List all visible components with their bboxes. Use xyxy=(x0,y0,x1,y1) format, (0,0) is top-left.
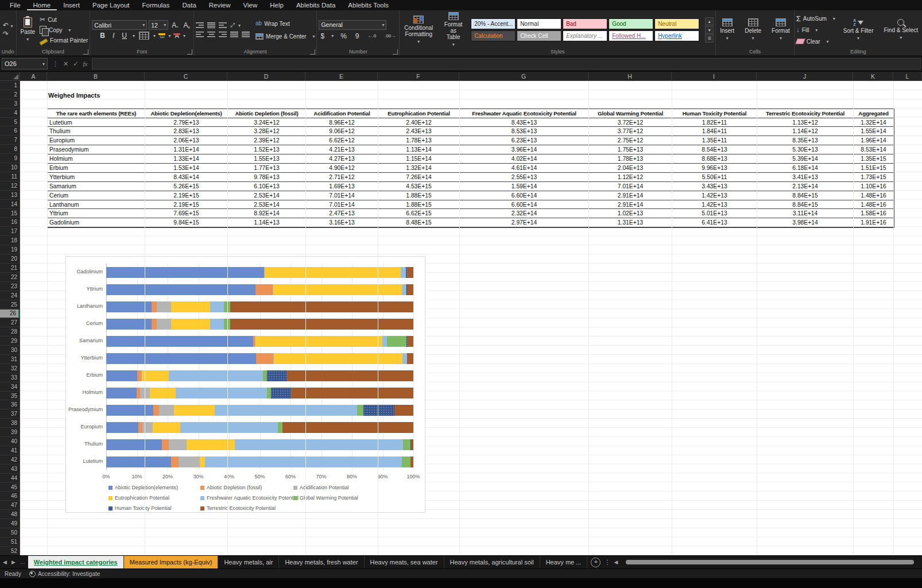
cell-style-normal[interactable]: Normal xyxy=(517,18,561,29)
table-cell[interactable]: 8.53E+14 xyxy=(854,145,894,154)
table-cell[interactable]: 6.10E+13 xyxy=(228,182,306,191)
row-header-39[interactable]: 39 xyxy=(0,428,20,437)
table-header-cell[interactable]: Eutrophication Potential xyxy=(378,109,460,118)
select-all-corner[interactable] xyxy=(0,72,20,81)
gallery-more-icon[interactable]: ☰ xyxy=(705,34,714,42)
chart-segment[interactable] xyxy=(157,319,171,330)
row-header-40[interactable]: 40 xyxy=(0,437,20,446)
table-cell[interactable]: 3.77E+12 xyxy=(589,127,672,136)
table-cell[interactable]: 1.82E+11 xyxy=(672,118,757,127)
table-cell[interactable]: Thulium xyxy=(48,127,145,136)
chart-segment[interactable] xyxy=(210,319,224,330)
table-cell[interactable]: 1.88E+15 xyxy=(378,200,460,210)
sheet-tab-weighted-impact-categories[interactable]: Weighted impact categories xyxy=(28,556,124,568)
table-cell[interactable]: 7.01E+14 xyxy=(306,191,378,200)
conditional-formatting-button[interactable]: Conditional Formatting▾ xyxy=(401,15,436,45)
row-header-38[interactable]: 38 xyxy=(0,419,20,428)
sheet-tab-heavy-metals-fresh-water[interactable]: Heavy metals, fresh water xyxy=(279,556,364,568)
chart-segment[interactable] xyxy=(387,336,406,347)
table-cell[interactable]: 6.60E+14 xyxy=(460,191,589,200)
table-cell[interactable]: 3.11E+14 xyxy=(757,209,854,218)
gallery-up-icon[interactable]: ▲ xyxy=(705,17,714,25)
chart-segment[interactable] xyxy=(106,405,153,416)
accessibility-status[interactable]: Accessibility: Investigate xyxy=(29,571,100,577)
chart-segment[interactable] xyxy=(150,388,176,399)
fill-button[interactable]: ↓Fill ▾ xyxy=(796,25,818,35)
row-header-37[interactable]: 37 xyxy=(0,409,20,419)
chart-segment[interactable] xyxy=(382,336,387,347)
table-cell[interactable]: 5.30E+13 xyxy=(757,145,854,154)
chart-segment[interactable] xyxy=(363,405,394,416)
chart-segment[interactable] xyxy=(157,301,171,312)
table-cell[interactable]: 2.53E+14 xyxy=(228,200,306,210)
table-cell[interactable]: 1.51E+15 xyxy=(854,164,894,173)
cell-style-bad[interactable]: Bad xyxy=(563,18,607,29)
table-cell[interactable]: 8.84E+15 xyxy=(757,191,854,200)
cell-style-20-accent-[interactable]: 20% - Accent... xyxy=(471,18,516,29)
table-cell[interactable]: 8.68E+13 xyxy=(672,154,757,164)
chart-segment[interactable] xyxy=(282,422,413,433)
clear-button[interactable]: Clear ▾ xyxy=(796,37,829,47)
table-cell[interactable]: 1.31E+13 xyxy=(589,218,672,227)
table-cell[interactable]: 2.83E+13 xyxy=(145,127,228,136)
row-header-45[interactable]: 45 xyxy=(0,483,20,492)
table-cell[interactable]: 7.26E+14 xyxy=(378,173,460,182)
row-header-47[interactable]: 47 xyxy=(0,501,20,510)
sheet-tab-measured-impacts-kg-equiv-[interactable]: Measured Impacts (kg-Equiv) xyxy=(124,556,219,568)
align-center-icon[interactable] xyxy=(207,32,215,38)
ribbon-tab-data[interactable]: Data xyxy=(176,1,203,10)
chart-segment[interactable] xyxy=(106,439,162,450)
all-sheets-icon[interactable]: … xyxy=(20,559,25,565)
table-cell[interactable]: 1.10E+16 xyxy=(854,182,894,191)
table-cell[interactable]: 6.60E+14 xyxy=(460,200,589,210)
row-header-41[interactable]: 41 xyxy=(0,446,20,455)
row-header-16[interactable]: 16 xyxy=(0,218,20,227)
row-header-20[interactable]: 20 xyxy=(0,254,20,264)
table-cell[interactable]: 2.39E+12 xyxy=(228,136,306,145)
table-cell[interactable]: 8.43E+14 xyxy=(145,173,228,182)
table-cell[interactable]: Praseodymium xyxy=(48,145,145,154)
chart-segment[interactable] xyxy=(273,284,402,295)
chart-segment[interactable] xyxy=(176,388,267,399)
chart-segment[interactable] xyxy=(106,370,137,381)
cut-button[interactable]: ✂Cut xyxy=(40,15,88,25)
data-table[interactable]: The rare earth elements (REEs)Abiotic De… xyxy=(47,109,894,229)
table-cell[interactable]: 2.43E+13 xyxy=(378,127,460,136)
row-header-6[interactable]: 6 xyxy=(0,127,20,136)
format-as-table-button[interactable]: Format as Table▾ xyxy=(440,11,466,48)
find-select-button[interactable]: Find & Select▾ xyxy=(882,18,920,41)
table-cell[interactable]: 1.78E+13 xyxy=(378,136,460,145)
row-header-15[interactable]: 15 xyxy=(0,209,20,218)
table-cell[interactable]: 8.53E+13 xyxy=(460,127,589,136)
chart-bar-thulium[interactable] xyxy=(106,439,413,450)
font-name-select[interactable]: Calibri▾ xyxy=(92,20,147,30)
table-cell[interactable]: 4.27E+13 xyxy=(306,154,378,164)
table-cell[interactable]: 1.58E+16 xyxy=(854,209,894,218)
table-cell[interactable]: Europium xyxy=(48,136,145,145)
table-cell[interactable]: 2.91E+14 xyxy=(589,191,672,200)
chart-segment[interactable] xyxy=(159,405,174,416)
column-header-F[interactable]: F xyxy=(378,72,459,80)
table-cell[interactable]: 7.01E+14 xyxy=(589,182,672,191)
row-header-27[interactable]: 27 xyxy=(0,318,20,327)
bold-icon[interactable]: B xyxy=(98,32,107,40)
table-header-cell[interactable]: Global Warming Potential xyxy=(589,109,672,118)
chart-segment[interactable] xyxy=(230,319,413,330)
shrink-font-icon[interactable]: Av xyxy=(182,21,192,29)
chart-bar-samarium[interactable] xyxy=(106,336,413,347)
chart-segment[interactable] xyxy=(278,422,282,433)
add-sheet-icon[interactable]: + xyxy=(591,558,601,567)
row-header-46[interactable]: 46 xyxy=(0,492,20,501)
table-cell[interactable]: 2.32E+14 xyxy=(460,209,589,218)
table-cell[interactable]: 4.53E+15 xyxy=(378,182,460,191)
chart-segment[interactable] xyxy=(169,370,263,381)
table-cell[interactable]: 5.39E+14 xyxy=(757,154,854,164)
increase-decimal-icon[interactable]: ←.0 xyxy=(366,33,378,38)
undo-icon[interactable]: ↶ ▾ xyxy=(3,22,13,30)
row-header-28[interactable]: 28 xyxy=(0,327,20,336)
ribbon-tab-ablebits-data[interactable]: Ablebits Data xyxy=(290,1,342,10)
cell-style-calculation[interactable]: Calculation xyxy=(471,30,516,41)
column-header-G[interactable]: G xyxy=(459,72,588,80)
hscroll-left-icon[interactable]: ◀ xyxy=(614,559,618,565)
chart-segment[interactable] xyxy=(267,388,271,399)
